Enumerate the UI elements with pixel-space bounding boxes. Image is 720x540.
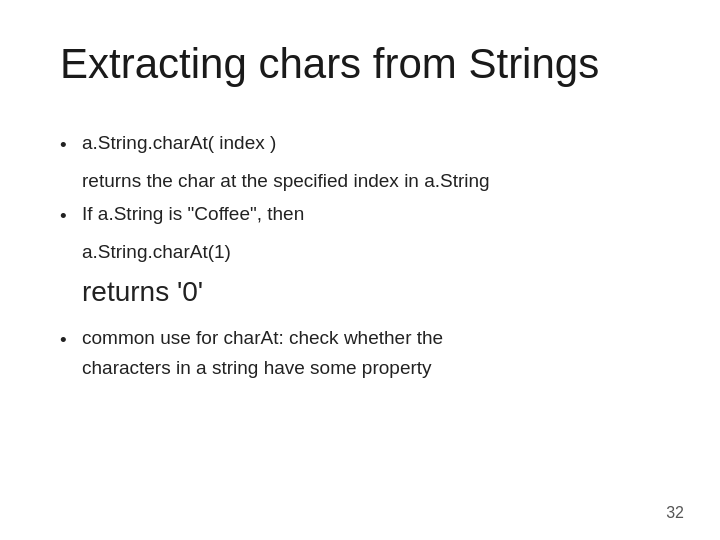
bullet-text-1: a.String.charAt( index ) [82,128,660,157]
returns-text: returns '0' [82,270,660,313]
bullet-text-3: common use for charAt: check whether the… [82,323,660,382]
bullet-icon-2: • [60,201,82,230]
bullet-item-1: • a.String.charAt( index ) [60,128,660,159]
bullet-text-2: If a.String is "Coffee", then [82,199,660,228]
bullet-icon-3: • [60,325,82,354]
slide-title: Extracting chars from Strings [60,40,660,88]
slide: Extracting chars from Strings • a.String… [0,0,720,540]
page-number: 32 [666,504,684,522]
bullet-item-3: • common use for charAt: check whether t… [60,323,660,382]
bullet-item-2: • If a.String is "Coffee", then [60,199,660,230]
bullet-2-sub: a.String.charAt(1) [82,237,660,266]
bullet-icon-1: • [60,130,82,159]
bullet-1-sub: returns the char at the specified index … [82,166,660,195]
slide-content: • a.String.charAt( index ) returns the c… [60,128,660,382]
